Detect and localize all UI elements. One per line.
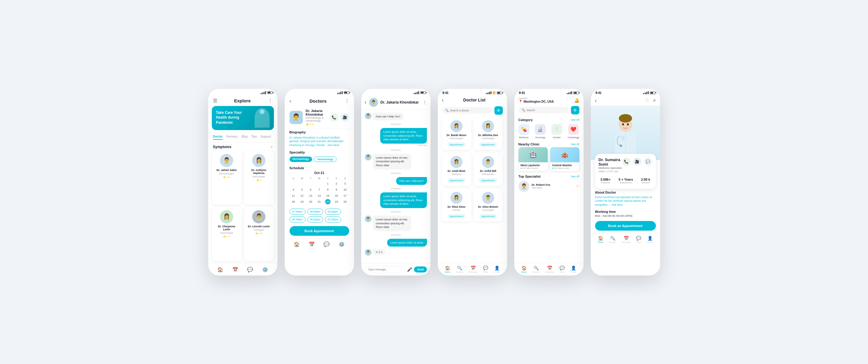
doctor-card-4[interactable]: 👨‍⚕️ Dr. Lincoln Levin Therapist ⭐ 4.8 <box>244 207 274 261</box>
profile-msg-button[interactable]: 💬 <box>644 158 652 166</box>
time-slot-2[interactable]: 08:30pm <box>307 209 323 215</box>
video-button[interactable]: 🎥 <box>341 113 349 122</box>
doctor-detail-more[interactable]: ⋮ <box>345 98 349 103</box>
doctor-search-input[interactable] <box>450 109 489 112</box>
message-input[interactable] <box>365 266 406 273</box>
mic-icon[interactable]: 🎤 <box>407 267 412 272</box>
doc-card-2[interactable]: 👩‍⚕️ Dr. Milishia Dev Cardiologist Appoi… <box>474 117 503 150</box>
doctor-card-3[interactable]: 👩‍⚕️ Dr. Cheyenne Levin Gestrologist ⭐ 4… <box>212 207 242 261</box>
back-button[interactable]: ‹ <box>289 98 291 104</box>
doc-card-6[interactable]: 👨‍⚕️ Dr. Otno Botom Oncologist Appointme… <box>474 189 503 222</box>
filter-button[interactable]: ⚙ <box>494 106 503 115</box>
top-spec-see-all[interactable]: See All <box>570 175 579 178</box>
explore-nav-4[interactable]: 🔍 Explore <box>456 266 463 273</box>
cat-cardiology[interactable]: ❤️ Cardiology <box>568 124 579 139</box>
doctor-rating-2: ⭐ 5 <box>247 179 271 181</box>
time-slot-5[interactable]: 06:30pm <box>307 217 323 223</box>
call-button[interactable]: 📞 <box>330 113 338 122</box>
tag-dermatology[interactable]: Dermatology <box>289 157 312 162</box>
time-slot-6[interactable]: 07:30pm <box>325 217 341 223</box>
more-icon[interactable]: ⋮ <box>268 98 273 104</box>
cat-medicine[interactable]: 💊 Medicine <box>519 124 529 139</box>
list-back-button[interactable]: ‹ <box>442 97 444 103</box>
doc-card-1[interactable]: 👩‍⚕️ Dr. Banki Moon Psychologist Appoint… <box>442 117 471 150</box>
home-nav-4[interactable]: 🏠 Home <box>445 266 451 273</box>
clinic-img-2: 🏨 <box>550 147 579 162</box>
hamburger-icon[interactable]: ☰ <box>213 98 217 104</box>
chat-nav-2[interactable]: 💬 <box>323 241 330 247</box>
doc-spec-4: Orthopedics <box>477 173 500 175</box>
chat-nav-5[interactable]: 💬 Chat <box>559 266 565 273</box>
nearby-header: Nearby Clinic See All <box>514 141 584 147</box>
bookings-nav-5[interactable]: 📅 Bookings <box>545 266 554 273</box>
symptoms-arrow[interactable]: ∨ <box>271 145 273 148</box>
time-slot-1[interactable]: 07:30pm <box>289 209 306 215</box>
settings-nav-2[interactable]: ⚙️ <box>339 241 345 247</box>
send-button[interactable]: Send <box>414 266 427 272</box>
cat-dentist[interactable]: 🦷 Dentist <box>551 124 562 139</box>
chat-nav-6[interactable]: 💬 Chat <box>636 236 641 243</box>
profile-nav-6[interactable]: 👤 Profile <box>647 236 653 243</box>
nav-doctor[interactable]: Doctor <box>213 135 223 140</box>
appt-btn-3[interactable]: Appointment <box>447 178 466 183</box>
category-see-all[interactable]: See All <box>570 118 579 121</box>
doctors-title: Doctors <box>309 98 327 104</box>
calendar-nav-2[interactable]: 📅 <box>309 241 315 247</box>
share-icon[interactable]: ↗ <box>652 98 656 103</box>
home-filter-button[interactable]: ⚙ <box>571 106 579 114</box>
clinic-card-2[interactable]: 🏨 Central Washin ● 12 min• Lo km <box>550 147 579 171</box>
appt-btn-2[interactable]: Appointment <box>479 142 497 147</box>
message-2: Lorem ipsum dolor sit amet, consectetur … <box>380 128 427 146</box>
calendar-nav-icon[interactable]: 📅 <box>232 267 238 272</box>
doctor-card-2[interactable]: 👩‍⚕️ Dr. Ashlynn Septinus Neurologist ⭐ … <box>244 151 274 205</box>
nav-blog[interactable]: Blog <box>242 135 248 140</box>
doctor-card-1[interactable]: 👨‍⚕️ Dr. Jahed Jubin Dermatologist ⭐ 4.9 <box>212 151 242 205</box>
chat-nav-4[interactable]: 💬 Chat <box>483 266 488 273</box>
svg-point-7 <box>620 144 622 147</box>
nav-tips[interactable]: Tips <box>251 135 257 140</box>
bookings-nav-4[interactable]: 📅 Bookings <box>469 266 477 273</box>
home-nav-6[interactable]: 🏠 Home <box>598 236 603 243</box>
appt-btn-6[interactable]: Appointment <box>479 214 497 219</box>
profile-see-more[interactable]: See More <box>612 203 623 206</box>
nav-support[interactable]: Support <box>260 135 271 140</box>
tag-venereology[interactable]: Venereology <box>314 157 337 162</box>
time-slot-3[interactable]: 09:30pm <box>325 209 341 215</box>
appt-btn-4[interactable]: Appointment <box>479 178 497 183</box>
heart-icon[interactable]: ♡ <box>645 98 649 103</box>
home-nav-icon[interactable]: 🏠 <box>217 267 223 272</box>
book-appointment-button-6[interactable]: Book an Appointment <box>595 221 656 231</box>
doc-card-3[interactable]: 👩‍⚕️ Dr. Amili Binti Medicine Appointmen… <box>442 153 471 186</box>
book-appointment-button[interactable]: Book Appointment <box>289 226 349 236</box>
explore-nav-5[interactable]: 🔍 Explore <box>532 266 539 273</box>
profile-nav-4[interactable]: 👤 Profile <box>494 266 500 273</box>
svg-rect-6 <box>621 136 625 140</box>
nav-fermacy[interactable]: Fermacy <box>226 135 238 140</box>
profile-nav-5[interactable]: 👤 Profile <box>570 266 576 273</box>
appt-btn-5[interactable]: Appointment <box>447 214 466 219</box>
see-more-link[interactable]: ...See More <box>326 143 340 146</box>
profile-call-button[interactable]: 📞 <box>622 158 630 166</box>
clinic-card-1[interactable]: 🏥 West Lipolonin ● 10 min• 1o km <box>519 147 548 171</box>
home-nav-2[interactable]: 🏠 <box>294 241 300 247</box>
chat-back-button[interactable]: ‹ <box>365 99 367 105</box>
favorite-icon[interactable]: ♡ <box>576 184 579 189</box>
doc-card-4[interactable]: 👨‍⚕️ Dr. Ariful Bill Orthopedics Appoint… <box>474 153 503 186</box>
appt-btn-1[interactable]: Appointment <box>447 142 466 147</box>
chat-nav-icon[interactable]: 💬 <box>247 267 253 272</box>
chat-more-icon[interactable]: ⋮ <box>423 100 427 105</box>
settings-nav-icon[interactable]: ⚙️ <box>262 267 268 272</box>
profile-video-button[interactable]: 🎥 <box>633 158 642 166</box>
status-icons-2 <box>337 91 349 94</box>
doc-card-5[interactable]: 👩‍⚕️ Dr. Ritul Alom Dentist Appointment <box>442 189 471 222</box>
nearby-see-all[interactable]: See All <box>570 143 579 146</box>
notification-bell-icon[interactable]: 🔔 <box>574 98 579 103</box>
bookings-nav-6[interactable]: 📅 Bookings <box>622 236 630 243</box>
cat-oncology[interactable]: 🔬 Oncology <box>535 124 546 139</box>
explore-nav-6[interactable]: 🔍 Explore <box>609 236 616 243</box>
profile-back-button[interactable]: ‹ <box>595 98 597 104</box>
home-search-input[interactable] <box>527 109 565 112</box>
time-slot-4[interactable]: 05:30pm <box>289 217 306 223</box>
doctor-detail-info: Dr. Jakaria Khondokar Dermatology & Vene… <box>306 109 327 126</box>
home-nav-5[interactable]: 🏠 Home <box>521 266 527 273</box>
